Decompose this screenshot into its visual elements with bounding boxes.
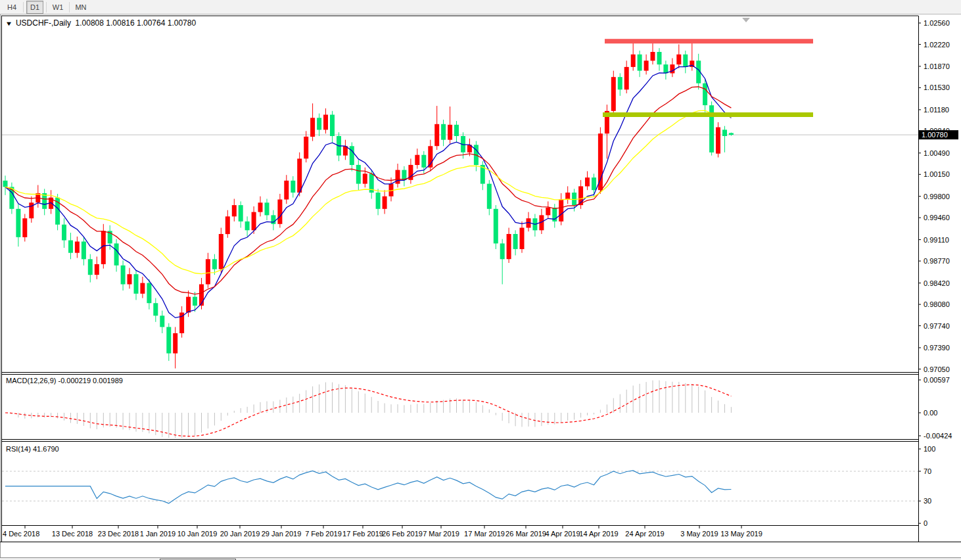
svg-text:23 Dec 2018: 23 Dec 2018 [98, 530, 139, 538]
chart-dropdown-icon[interactable]: ▼ [5, 20, 13, 27]
svg-text:-0.00424: -0.00424 [924, 432, 952, 440]
chart-ohlc-readout: 1.00808 1.00816 1.00764 1.00780 [76, 18, 197, 28]
svg-text:17 Mar 2019: 17 Mar 2019 [464, 530, 505, 538]
timeframe-button-w1[interactable]: W1 [49, 1, 66, 14]
timeframe-button-mn[interactable]: MN [72, 1, 89, 14]
svg-text:10 Jan 2019: 10 Jan 2019 [177, 530, 218, 538]
rsi-value: 41.6790 [33, 445, 59, 453]
svg-text:1.02220: 1.02220 [924, 41, 950, 49]
svg-text:0.97390: 0.97390 [924, 344, 950, 352]
svg-text:13 Dec 2018: 13 Dec 2018 [52, 530, 93, 538]
svg-text:1.00150: 1.00150 [924, 170, 950, 178]
svg-text:7 Mar 2019: 7 Mar 2019 [423, 530, 459, 538]
toolbar-separator [46, 2, 47, 12]
symbol-tab-bar: EURUSD-,DailyAUDUSD-,DailyUSDCHF-,DailyU… [0, 557, 961, 560]
svg-text:26 Mar 2019: 26 Mar 2019 [505, 530, 546, 538]
macd-values: -0.000219 0.001989 [58, 377, 122, 385]
svg-text:1 Jan 2019: 1 Jan 2019 [140, 530, 176, 538]
chart-axes[interactable]: 1.025601.022201.018701.015301.011801.008… [0, 14, 961, 560]
svg-text:100: 100 [924, 445, 935, 453]
svg-text:0.98420: 0.98420 [924, 279, 950, 287]
svg-text:3 May 2019: 3 May 2019 [680, 530, 718, 538]
svg-text:1.00490: 1.00490 [924, 149, 950, 157]
svg-text:0.00597: 0.00597 [924, 376, 950, 384]
svg-text:13 May 2019: 13 May 2019 [720, 530, 762, 538]
svg-text:0.98770: 0.98770 [924, 257, 950, 265]
toolbar-separator [23, 2, 24, 12]
svg-text:4 Apr 2019: 4 Apr 2019 [545, 530, 580, 538]
svg-text:0: 0 [924, 519, 927, 527]
svg-text:30: 30 [924, 497, 931, 505]
toolbar-separator [69, 2, 70, 12]
svg-text:1.01870: 1.01870 [924, 62, 950, 70]
svg-text:0.98080: 0.98080 [924, 300, 950, 308]
svg-text:20 Jan 2019: 20 Jan 2019 [220, 530, 260, 538]
svg-text:26 Feb 2019: 26 Feb 2019 [382, 530, 423, 538]
timeframe-toolbar: H4D1W1MN [0, 0, 961, 14]
timeframe-button-d1[interactable]: D1 [26, 1, 43, 14]
svg-text:0.99460: 0.99460 [924, 214, 950, 222]
timeframe-button-h4[interactable]: H4 [3, 1, 20, 14]
svg-text:1.01180: 1.01180 [924, 106, 949, 114]
svg-text:0.00: 0.00 [924, 409, 937, 417]
svg-text:29 Jan 2019: 29 Jan 2019 [262, 530, 302, 538]
chart-shift-marker[interactable] [742, 18, 750, 22]
svg-text:1.01530: 1.01530 [924, 83, 950, 91]
svg-text:0.97740: 0.97740 [924, 322, 950, 330]
svg-text:70: 70 [924, 467, 931, 475]
svg-text:1.00780: 1.00780 [922, 131, 948, 139]
chart-window: ▼USDCHF-,Daily 1.00808 1.00816 1.00764 1… [0, 14, 961, 560]
macd-label: MACD(12,26,9) -0.000219 0.001989 [6, 377, 123, 385]
svg-text:17 Feb 2019: 17 Feb 2019 [342, 530, 383, 538]
svg-text:4 Dec 2018: 4 Dec 2018 [3, 530, 39, 538]
terminal-window: H4D1W1MN ▼USDCHF-,Daily 1.00808 1.00816 … [0, 0, 961, 560]
rsi-label: RSI(14) 41.6790 [6, 445, 59, 453]
svg-text:14 Apr 2019: 14 Apr 2019 [579, 530, 618, 538]
svg-text:0.99110: 0.99110 [924, 236, 949, 244]
svg-text:0.97050: 0.97050 [924, 365, 950, 373]
svg-text:24 Apr 2019: 24 Apr 2019 [625, 530, 664, 538]
chart-symbol-label: USDCHF-,Daily [16, 18, 71, 28]
svg-text:1.02560: 1.02560 [924, 19, 950, 27]
svg-text:0.99800: 0.99800 [924, 193, 950, 200]
svg-text:7 Feb 2019: 7 Feb 2019 [305, 530, 342, 538]
chart-title: ▼USDCHF-,Daily 1.00808 1.00816 1.00764 1… [6, 18, 196, 28]
